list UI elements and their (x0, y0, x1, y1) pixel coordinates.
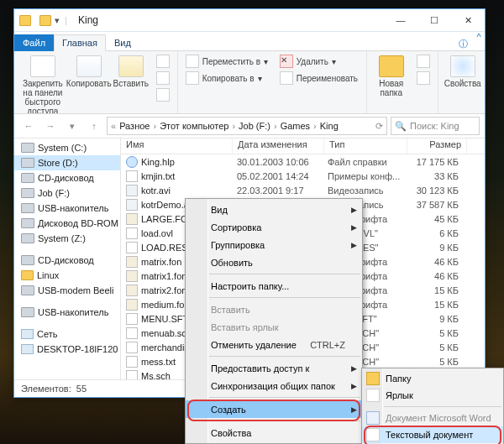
table-row[interactable]: kmjin.txt05.02.2001 14:24Примеры конф...… (121, 169, 485, 183)
col-size[interactable]: Размер (407, 137, 467, 154)
ctx-item[interactable]: Группировка▶ (186, 236, 362, 253)
nav-item[interactable]: USB-накопитель (14, 201, 120, 216)
address-bar[interactable]: « Разное› Этот компьютер› Job (F:)› Game… (107, 117, 387, 135)
ribbon-help-icon[interactable]: ⓘ (453, 38, 473, 50)
nav-item[interactable]: Store (D:) (14, 155, 120, 170)
delete-button[interactable]: ✕Удалить ▾ (277, 54, 361, 69)
pin-quickaccess-button[interactable]: Закрепить на панели быстрого доступа (19, 54, 66, 114)
ribbon-collapse-icon[interactable]: ^ (473, 32, 485, 42)
ctx-item[interactable]: Обновить (186, 253, 362, 271)
move-to-button[interactable]: Переместить в ▾ (183, 54, 274, 69)
table-row[interactable]: King.hlp30.01.2003 10:06Файл справки17 1… (121, 154, 485, 169)
nav-item[interactable]: USB-накопитель (14, 305, 120, 320)
submenu-item[interactable]: Ярлык (362, 387, 503, 404)
tab-view[interactable]: Вид (106, 34, 139, 51)
table-row[interactable]: kotr.avi22.03.2001 9:17Видеозапись30 123… (121, 183, 485, 197)
nav-item[interactable]: USB-modem Beeli (14, 283, 120, 298)
nav-item[interactable]: CD-дисковод (14, 253, 120, 268)
ctx-item[interactable]: Отменить удалениеCTRL+Z (186, 336, 362, 353)
nav-item[interactable]: Linux (14, 268, 120, 283)
close-button[interactable]: ✕ (451, 9, 485, 31)
qat-dropdown-icon[interactable]: ▾ (55, 15, 65, 26)
search-icon: 🔍 (395, 121, 407, 132)
nav-item[interactable]: Сеть (14, 326, 120, 342)
copypath-button[interactable] (154, 71, 172, 86)
nav-item[interactable]: CD-дисковод (14, 170, 120, 185)
maximize-button[interactable]: ☐ (417, 9, 451, 31)
nav-up-button[interactable]: ↑ (85, 117, 103, 135)
net-icon (21, 344, 34, 354)
pasteshortcut-button[interactable] (154, 87, 172, 102)
chevron-right-icon: ▶ (351, 241, 357, 249)
file-icon (126, 299, 138, 311)
txt-icon (366, 428, 380, 441)
search-input[interactable]: 🔍 Поиск: King (391, 117, 480, 135)
newitem-button[interactable] (414, 54, 433, 69)
nav-item[interactable]: System (Z:) (14, 231, 120, 246)
nav-item[interactable]: Дисковод BD-ROM (14, 216, 120, 231)
disk-icon (21, 173, 34, 183)
cut-button[interactable] (154, 54, 172, 69)
copy-icon (76, 55, 102, 77)
create-submenu[interactable]: ПапкуЯрлыкДокумент Microsoft WordТекстов… (361, 368, 504, 444)
col-type[interactable]: Тип (324, 137, 407, 154)
lnk-icon (366, 389, 380, 402)
ctx-item[interactable]: Вид▶ (186, 201, 362, 218)
ctx-item[interactable]: Предоставить доступ к▶ (186, 359, 362, 377)
submenu-item: Документ Microsoft Word (362, 410, 503, 426)
paste-button[interactable]: Вставить (112, 54, 150, 88)
ctx-item[interactable]: Свойства (186, 424, 362, 441)
copy-button[interactable]: Копировать (70, 54, 108, 88)
disk-icon (21, 143, 34, 153)
easyaccess-button[interactable] (414, 71, 433, 86)
crumb[interactable]: King (320, 121, 339, 131)
tab-file[interactable]: Файл (14, 34, 54, 51)
col-name[interactable]: Имя (121, 137, 233, 154)
move-icon (186, 55, 199, 68)
nav-back-button[interactable]: ← (19, 117, 38, 135)
rename-icon (280, 71, 293, 85)
ctx-item[interactable]: Настроить папку... (186, 277, 362, 295)
column-headers[interactable]: Имя Дата изменения Тип Размер (121, 137, 485, 154)
ctx-item[interactable]: Создать▶ (186, 400, 362, 418)
copy-to-button[interactable]: Копировать в ▾ (183, 71, 274, 86)
nav-item[interactable]: System (C:) (14, 140, 120, 155)
title-bar[interactable]: ▾ | King — ☐ ✕ (14, 9, 485, 32)
submenu-item[interactable]: Папку (362, 370, 503, 387)
disk-icon (21, 158, 34, 168)
file-icon (126, 285, 138, 296)
nav-item[interactable]: Job (F:) (14, 185, 120, 201)
folder-icon (39, 14, 51, 26)
file-icon (126, 356, 138, 368)
ctx-item[interactable]: Сортировка▶ (186, 218, 362, 236)
file-icon (126, 199, 138, 211)
nav-recent-button[interactable]: ▾ (63, 117, 81, 135)
nav-forward-button[interactable]: → (41, 117, 60, 135)
nav-item[interactable]: DESKTOP-18IF120 (14, 342, 120, 357)
file-icon (126, 270, 138, 282)
navigation-tree[interactable]: System (C:)Store (D:)CD-дисководJob (F:)… (14, 137, 121, 380)
ctx-item[interactable]: Синхронизация общих папок▶ (186, 377, 362, 394)
col-date[interactable]: Дата изменения (233, 137, 324, 154)
chevron-right-icon: ▶ (351, 223, 357, 232)
status-count-label: Элементов: (21, 384, 71, 394)
ribbon-tabs: Файл Главная Вид ⓘ ^ (14, 32, 485, 51)
minimize-button[interactable]: — (384, 9, 417, 31)
file-icon (126, 327, 138, 339)
crumb[interactable]: Games (281, 121, 310, 131)
delete-icon: ✕ (280, 55, 293, 68)
crumb[interactable]: Этот компьютер (160, 121, 228, 131)
context-menu[interactable]: Вид▶Сортировка▶Группировка▶ОбновитьНастр… (185, 198, 363, 444)
title-separator-icon: | (65, 15, 75, 25)
submenu-item[interactable]: Текстовый документ (362, 426, 503, 443)
fold-icon (21, 270, 34, 280)
rename-button[interactable]: Переименовать (277, 71, 361, 86)
properties-button[interactable]: Свойства (444, 54, 482, 88)
crumb[interactable]: Разное (119, 121, 150, 131)
folder-icon (19, 14, 31, 26)
crumb[interactable]: Job (F:) (239, 121, 270, 131)
refresh-icon[interactable]: ⟳ (375, 121, 383, 132)
new-folder-button[interactable]: Новая папка (372, 54, 411, 97)
tab-home[interactable]: Главная (54, 34, 106, 51)
chevron-right-icon: ▶ (351, 364, 357, 373)
